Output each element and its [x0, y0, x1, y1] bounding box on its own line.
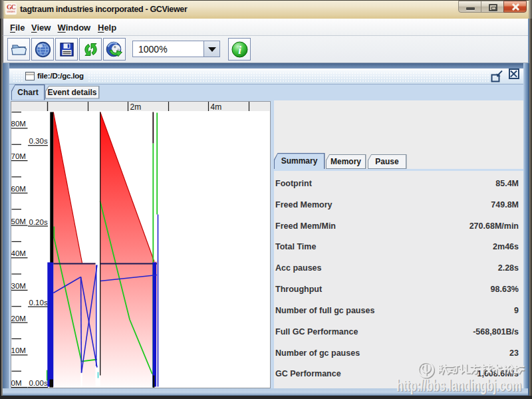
svg-text:80M: 80M: [11, 120, 26, 128]
svg-text:4m: 4m: [211, 102, 222, 111]
svg-text:60M: 60M: [11, 184, 26, 192]
svg-text:0.10s: 0.10s: [29, 298, 48, 306]
svg-text:70M: 70M: [11, 152, 26, 160]
svg-text:20M: 20M: [11, 314, 26, 322]
svg-text:http://bbs.landingbj.com: http://bbs.landingbj.com: [396, 377, 521, 394]
svg-text:0.00s: 0.00s: [29, 379, 48, 387]
svg-text:0M: 0M: [11, 379, 21, 387]
svg-text:10M: 10M: [11, 346, 26, 354]
svg-text:30M: 30M: [11, 281, 26, 289]
svg-text:i: i: [238, 44, 241, 57]
svg-text:40M: 40M: [11, 249, 26, 257]
svg-text:0.20s: 0.20s: [29, 217, 48, 225]
svg-text:2m: 2m: [130, 102, 142, 111]
svg-text:50M: 50M: [11, 217, 26, 225]
svg-text:0.30s: 0.30s: [29, 137, 48, 145]
